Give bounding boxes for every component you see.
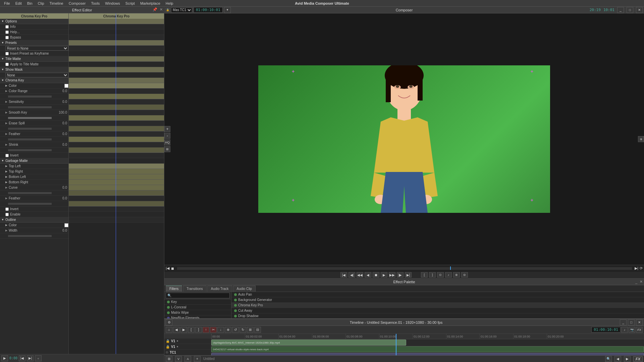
curve-slider[interactable] xyxy=(8,192,52,194)
ep-effect-bggen[interactable]: Background Generator xyxy=(231,297,644,303)
tl-mark-out[interactable]: ] xyxy=(195,327,202,333)
section-show-mask[interactable]: ▼ Show Mask xyxy=(0,67,68,72)
tl-fx-btn[interactable]: FX xyxy=(636,327,643,333)
play-btn-small[interactable]: |◀ xyxy=(166,266,169,270)
section-title-matte[interactable]: ▼ Title Matte xyxy=(0,56,68,62)
v1b-lock-icon[interactable]: 🔒 xyxy=(166,345,170,349)
end-btn-small[interactable]: ▶| xyxy=(635,266,638,270)
outline-color-swatch[interactable] xyxy=(64,223,68,227)
tab-filters[interactable]: Filters xyxy=(166,286,182,292)
tl-clip-v1-top[interactable]: ckp4agstxSony AVC-MVC_Internet 644x362… xyxy=(211,340,406,346)
color-range-arrow[interactable]: ▶ xyxy=(5,89,9,93)
tab-transitions[interactable]: Transitions xyxy=(183,286,207,292)
ee-play-btn[interactable]: ▶ xyxy=(1,355,8,361)
ep-close[interactable]: ✕ xyxy=(640,280,643,284)
bypass-checkbox[interactable] xyxy=(5,36,9,39)
stop-btn-small[interactable]: ⏹ xyxy=(171,266,174,270)
go-end-btn[interactable]: ▶| xyxy=(405,272,412,278)
menu-file[interactable]: File xyxy=(1,1,13,5)
menu-clip[interactable]: Clip xyxy=(35,1,47,5)
feather2-slider[interactable] xyxy=(8,203,52,205)
ep-effect-autopan[interactable]: Auto Pan xyxy=(231,292,644,297)
hq-btn[interactable]: HQ xyxy=(164,139,170,145)
width-slider[interactable] xyxy=(8,235,52,237)
ep-effect-cutaway[interactable]: Cut Away xyxy=(231,308,644,313)
tl-overwrite[interactable]: ↓ xyxy=(217,327,224,333)
tl-add-edit[interactable]: ⊞ xyxy=(247,327,254,333)
tl-snap-btn[interactable]: ⊞ xyxy=(166,356,172,362)
menu-script[interactable]: Script xyxy=(123,1,138,5)
tl-audio-btn[interactable]: ♪ xyxy=(621,327,628,333)
color-range-slider[interactable] xyxy=(8,96,52,98)
ee-step-btn[interactable]: |◀ xyxy=(19,355,25,361)
composer-close[interactable]: ✕ xyxy=(636,7,643,13)
smooth-key-arrow[interactable]: ▶ xyxy=(5,111,9,114)
section-presets[interactable]: ▼ Presets xyxy=(0,40,68,46)
top-right-expand[interactable]: ▶ xyxy=(5,170,9,173)
help-checkbox[interactable] xyxy=(5,31,9,34)
apply-to-matte-checkbox[interactable] xyxy=(5,63,9,66)
invert2-checkbox[interactable] xyxy=(5,207,9,211)
tl-back-btn[interactable]: ◀ xyxy=(173,327,180,333)
tl-add-track-btn[interactable]: + xyxy=(194,356,201,362)
tl-camera-btn[interactable]: 📷 xyxy=(629,327,635,333)
tl-minimize-btn[interactable]: _ xyxy=(620,319,627,325)
audio-sync-btn[interactable]: ♪ xyxy=(445,272,452,278)
section-options[interactable]: ▼ Options xyxy=(0,19,68,24)
tl-home-btn[interactable]: ⌂ xyxy=(166,327,172,333)
ep-cat-key[interactable]: Key xyxy=(164,299,231,305)
tl-extract[interactable]: ✂ xyxy=(210,327,217,333)
tab-audio-track[interactable]: Audio Track xyxy=(207,286,232,292)
sync-btn[interactable]: ⊙ xyxy=(437,272,444,278)
composer-maximize[interactable]: □ xyxy=(627,7,633,13)
invert-checkbox[interactable] xyxy=(5,154,9,157)
erase-spill-slider[interactable] xyxy=(8,128,52,130)
scrubber-bar[interactable] xyxy=(177,267,632,270)
section-garbage-matte[interactable]: ▼ Garbage Matte xyxy=(0,158,68,164)
shrink-arrow[interactable]: ▶ xyxy=(5,143,9,146)
composer-lock-btn[interactable]: 🔒 xyxy=(166,8,170,12)
stop-btn[interactable]: ⏹ xyxy=(373,272,379,278)
zoom-tl-btn[interactable]: ⊕ xyxy=(453,272,460,278)
tl-right-arrow-btn[interactable]: ▶ xyxy=(624,356,631,362)
composer-dropdown-btn[interactable]: ▼ xyxy=(224,7,231,13)
outline-color-expand[interactable]: ▶ xyxy=(5,224,9,227)
step-fwd-btn[interactable]: |▶ xyxy=(397,272,404,278)
menu-marketplace[interactable]: Marketplace xyxy=(138,1,163,5)
tl-mark-in[interactable]: [ xyxy=(188,327,195,333)
composer-minimize[interactable]: _ xyxy=(617,7,624,13)
ff-btn[interactable]: ▶▶ xyxy=(389,272,395,278)
tl-v-btn[interactable]: V xyxy=(175,356,182,362)
section-chroma-key[interactable]: ▼ Chroma Key xyxy=(0,78,68,83)
rewind-btn[interactable]: ◀◀ xyxy=(357,272,363,278)
tl-clip-v1-bottom[interactable]: 045423217-virtual-studio-style-news-back… xyxy=(211,346,644,352)
step-back-btn[interactable]: ◀| xyxy=(348,272,355,278)
zoom-out-tl-btn[interactable]: ⊖ xyxy=(461,272,468,278)
tl-maximize-btn[interactable]: □ xyxy=(628,319,635,325)
in-mark-btn[interactable]: [ xyxy=(421,272,428,278)
feather-slider[interactable] xyxy=(8,138,52,140)
feather-arrow[interactable]: ▶ xyxy=(5,132,9,135)
menu-windows[interactable]: Windows xyxy=(102,1,123,5)
tl-search-btn[interactable]: 🔍 xyxy=(605,356,612,362)
effect-editor-close[interactable]: ✕ xyxy=(160,7,163,12)
color-expand[interactable]: ▶ xyxy=(5,84,9,87)
show-mask-select[interactable]: None xyxy=(5,73,68,77)
tl-left-arrow-btn[interactable]: ◀ xyxy=(614,356,621,362)
tl-lift[interactable]: ↑ xyxy=(203,327,209,333)
feather2-arrow[interactable]: ▶ xyxy=(5,197,9,200)
menu-help[interactable]: Help xyxy=(163,1,176,5)
sensitivity-arrow[interactable]: ▶ xyxy=(5,100,9,103)
tl-undo[interactable]: ↺ xyxy=(232,327,239,333)
pin-button[interactable]: 📌 xyxy=(153,7,157,12)
section-outline[interactable]: ▼ Outline xyxy=(0,217,68,223)
menu-edit[interactable]: Edit xyxy=(13,1,24,5)
play-reverse-btn[interactable]: ◀ xyxy=(365,272,371,278)
v1-lock-icon[interactable]: 🔒 xyxy=(166,339,170,343)
menu-composer[interactable]: Composer xyxy=(66,1,89,5)
tl-close-btn[interactable]: ✕ xyxy=(636,319,643,325)
ep-effect-chromakey[interactable]: Chroma Key Pro xyxy=(231,303,644,308)
ep-cat-matrix[interactable]: Matrix Wipe xyxy=(164,310,231,315)
zoom-in-btn[interactable]: + xyxy=(164,126,170,132)
color-swatch[interactable] xyxy=(64,84,68,88)
